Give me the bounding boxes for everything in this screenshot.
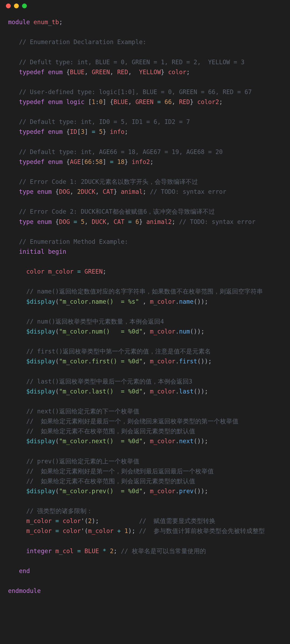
token-punct: ; <box>59 19 63 26</box>
token-punct: ; <box>150 158 154 165</box>
token-punct: [ <box>84 98 92 105</box>
token-punct: , <box>143 438 150 445</box>
token-punct <box>8 458 26 465</box>
token-punct: . <box>175 488 179 495</box>
code-line: // Error Code 2: DUCK和CAT都会被赋值6，该冲突会导致编译… <box>8 207 282 217</box>
code-line: typedef enum {ID[3] = 5} info; <box>8 127 282 137</box>
token-str: "m_color.num() = %0d" <box>59 328 143 335</box>
token-ident: GREEN <box>135 98 154 105</box>
token-ident: CAT <box>114 218 125 225</box>
token-punct: { <box>52 218 59 225</box>
token-punct: ()); <box>194 298 208 305</box>
token-kw: enum <box>48 69 63 76</box>
token-punct <box>52 517 56 524</box>
token-ident: animal <box>121 188 143 195</box>
token-ident: BLUE <box>70 69 84 76</box>
token-num: 66 <box>84 158 92 165</box>
token-punct <box>8 248 19 255</box>
token-punct <box>8 69 19 76</box>
token-punct <box>44 158 48 165</box>
token-comment: // Default type: int, ID0 = 5, ID1 = 6, … <box>19 118 190 125</box>
code-line: // 如果给定元素刚好是第一个，则会绕到最后返回最后一个枚举值 <box>8 466 282 476</box>
token-punct: ; <box>143 188 150 195</box>
token-punct: ( <box>55 298 59 305</box>
code-line: // User-defined type: logic[1:0], BLUE =… <box>8 87 282 97</box>
token-punct: } <box>139 218 146 225</box>
token-punct: ( <box>55 488 59 495</box>
token-punct <box>8 548 26 554</box>
code-line <box>8 496 282 506</box>
minimize-icon[interactable] <box>14 3 19 8</box>
token-ident: RED <box>117 69 128 76</box>
token-num: 1 <box>125 527 128 534</box>
token-ident: GREEN <box>84 268 103 275</box>
token-str: "m_color.name() = %s" <box>59 298 139 305</box>
token-punct <box>114 158 117 165</box>
token-punct <box>8 298 26 305</box>
token-punct <box>8 517 26 524</box>
token-ident: GREEN <box>92 69 110 76</box>
token-punct <box>8 238 19 245</box>
token-punct <box>77 218 81 225</box>
token-punct: ); <box>92 517 139 524</box>
code-editor[interactable]: module enum_tb; // Enumeration Declarati… <box>0 12 290 607</box>
token-punct: ; <box>103 268 106 275</box>
token-punct <box>8 478 26 485</box>
token-punct: , <box>84 69 92 76</box>
close-icon[interactable] <box>6 3 11 8</box>
token-kw: end <box>19 567 30 574</box>
token-kw: logic <box>66 98 85 105</box>
token-func: first <box>179 358 197 365</box>
code-line: // Enumeration Method Example: <box>8 237 282 247</box>
code-line: $display("m_color.first() = %0d", m_colo… <box>8 356 282 366</box>
token-ident: RED <box>179 98 190 105</box>
code-line <box>8 167 282 177</box>
token-punct <box>8 98 19 105</box>
token-punct <box>121 527 125 534</box>
token-kw: typedef <box>19 158 45 165</box>
token-punct <box>125 218 128 225</box>
token-num: 6 <box>135 218 139 225</box>
token-punct: , <box>110 69 117 76</box>
token-ident: m_color <box>26 517 52 524</box>
token-punct: ()); <box>194 388 208 395</box>
token-punct: { <box>63 69 70 76</box>
token-punct <box>161 98 165 105</box>
token-comment: // first()返回枚举类型中第一个元素的值，注意是值不是元素名 <box>26 348 211 355</box>
code-line <box>8 576 282 586</box>
token-ident: color <box>63 527 81 534</box>
token-op: = <box>77 268 81 275</box>
maximize-icon[interactable] <box>22 3 27 8</box>
token-punct: , <box>143 358 150 365</box>
token-comment: // 强类型的诸多限制： <box>26 507 93 514</box>
token-punct: ] <box>84 128 92 135</box>
code-line: color m_color = GREEN; <box>8 267 282 277</box>
token-builtin: $display <box>26 298 55 305</box>
token-punct <box>114 527 117 534</box>
code-line <box>8 227 282 237</box>
code-line: type enum {DOG, 2DUCK, CAT} animal; // T… <box>8 187 282 197</box>
token-kw: begin <box>48 248 66 255</box>
token-punct <box>8 158 19 165</box>
code-line <box>8 197 282 207</box>
token-punct <box>8 208 19 215</box>
token-punct <box>81 268 85 275</box>
code-line: endmodule <box>8 586 282 596</box>
token-ident: color <box>168 69 186 76</box>
token-ident: BLUE <box>114 98 128 105</box>
token-punct: ; <box>125 128 128 135</box>
token-punct: ] <box>103 158 110 165</box>
token-kw: type <box>19 188 34 195</box>
token-punct <box>8 527 26 534</box>
code-line <box>8 446 282 456</box>
code-line: // prev()返回给定元素的上一个枚举值 <box>8 456 282 466</box>
token-comment: // 赋值需要显式类型转换 <box>139 517 215 524</box>
code-line: integer m_col = BLUE * 2; // 枚举名是可以当常量使用… <box>8 546 282 556</box>
token-punct <box>8 328 26 335</box>
token-punct: ); <box>128 527 139 534</box>
token-punct: ()); <box>197 358 212 365</box>
code-line <box>8 77 282 87</box>
token-comment: // 参与数值计算前枚举类型会先被转成整型 <box>139 527 265 534</box>
token-ident: color <box>26 268 45 275</box>
token-punct <box>8 128 19 135</box>
